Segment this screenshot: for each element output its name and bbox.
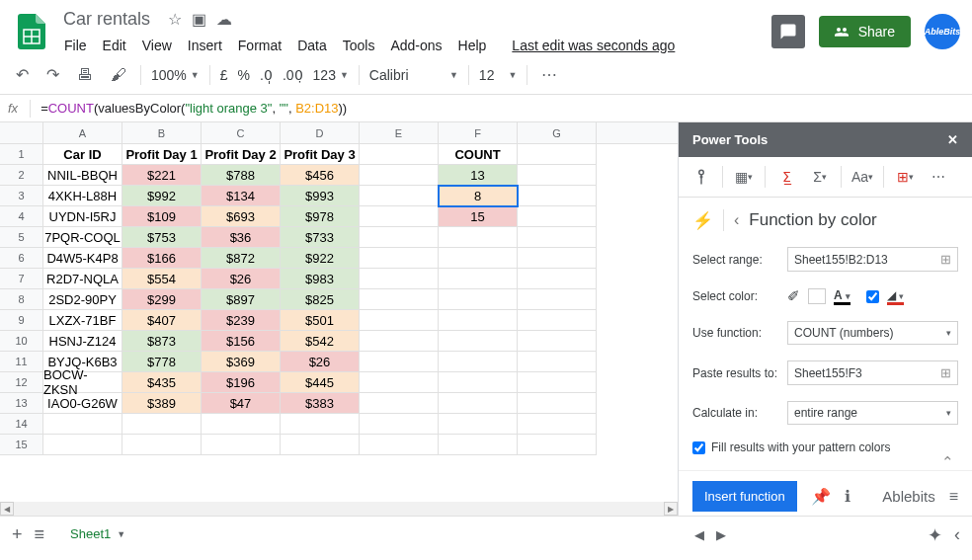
cell[interactable] xyxy=(518,165,597,186)
cell[interactable]: $922 xyxy=(281,248,360,269)
cell[interactable]: $542 xyxy=(281,331,360,352)
add-sheet-icon[interactable]: + xyxy=(12,524,23,545)
column-header[interactable]: D xyxy=(281,122,360,143)
cell[interactable]: $825 xyxy=(281,289,360,310)
row-header[interactable]: 1 xyxy=(0,144,43,165)
print-icon[interactable]: 🖶 xyxy=(73,62,97,88)
use-function-dropdown[interactable]: COUNT (numbers)▾ xyxy=(787,321,958,345)
menu-data[interactable]: Data xyxy=(290,34,334,57)
tab-scroll-left-icon[interactable]: ◀ xyxy=(694,527,704,542)
sigma-icon[interactable]: Σ̲ xyxy=(773,165,799,189)
cell[interactable] xyxy=(439,414,518,435)
cell[interactable]: HSNJ-Z124 xyxy=(43,331,122,352)
cell[interactable]: $134 xyxy=(202,186,281,206)
cell[interactable] xyxy=(518,269,597,289)
row-header[interactable]: 6 xyxy=(0,248,43,269)
more-panel-icon[interactable]: ⋯ xyxy=(926,165,951,189)
ablebits-avatar[interactable]: AbleBits xyxy=(925,14,960,49)
cell[interactable] xyxy=(122,435,202,455)
column-header[interactable]: F xyxy=(439,122,518,143)
row-header[interactable]: 11 xyxy=(0,352,43,372)
horizontal-scrollbar[interactable]: ◀ ▶ xyxy=(0,502,678,516)
ablebits-brand[interactable]: Ablebits xyxy=(882,488,934,505)
cell[interactable] xyxy=(439,435,518,455)
cell[interactable] xyxy=(439,289,518,310)
font-color-picker[interactable]: A ▾ xyxy=(834,288,850,305)
comments-button[interactable] xyxy=(771,15,805,48)
column-header[interactable]: E xyxy=(360,122,439,143)
cell[interactable] xyxy=(43,414,122,435)
percent-button[interactable]: % xyxy=(238,67,250,83)
select-all-corner[interactable] xyxy=(0,122,43,143)
menu-add-ons[interactable]: Add-ons xyxy=(383,34,448,57)
row-header[interactable]: 5 xyxy=(0,227,43,248)
star-icon[interactable]: ☆ xyxy=(168,10,182,29)
all-sheets-icon[interactable]: ≡ xyxy=(35,524,45,545)
cell[interactable]: $435 xyxy=(122,372,202,393)
cell[interactable] xyxy=(518,289,597,310)
paint-format-icon[interactable]: 🖌 xyxy=(107,62,130,88)
increase-decimal-button[interactable]: .00̣ xyxy=(283,67,303,83)
cell[interactable] xyxy=(518,393,597,414)
column-header[interactable]: A xyxy=(43,122,122,143)
cell[interactable]: $445 xyxy=(281,372,360,393)
table-icon[interactable]: ▦ ▾ xyxy=(731,165,757,189)
menu-help[interactable]: Help xyxy=(451,34,494,57)
menu-tools[interactable]: Tools xyxy=(336,34,382,57)
cell[interactable] xyxy=(518,206,597,227)
cell[interactable] xyxy=(360,165,439,186)
cell[interactable]: 4XKH-L88H xyxy=(43,186,122,206)
cell[interactable]: UYDN-I5RJ xyxy=(43,206,122,227)
header-cell[interactable]: Car ID xyxy=(43,144,122,165)
column-header[interactable]: G xyxy=(518,122,597,143)
cell[interactable]: $733 xyxy=(281,227,360,248)
tab-scroll-right-icon[interactable]: ▶ xyxy=(716,527,726,542)
cloud-icon[interactable]: ☁ xyxy=(216,10,232,29)
sheet-tab[interactable]: Sheet1▼ xyxy=(56,519,139,551)
cell[interactable]: $873 xyxy=(122,331,202,352)
cell[interactable] xyxy=(518,331,597,352)
paste-results-input[interactable]: Sheet155!F3⊞ xyxy=(787,360,958,385)
cell[interactable]: $501 xyxy=(281,310,360,331)
undo-icon[interactable]: ↶ xyxy=(12,61,33,88)
cell[interactable]: LXZX-71BF xyxy=(43,310,122,331)
cell[interactable] xyxy=(122,414,202,435)
cell[interactable] xyxy=(281,414,360,435)
cell[interactable]: $407 xyxy=(122,310,202,331)
cell[interactable]: 7PQR-COQL xyxy=(43,227,122,248)
text-icon[interactable]: Aa ▾ xyxy=(850,165,875,189)
cell[interactable]: $992 xyxy=(122,186,202,206)
cell[interactable] xyxy=(360,289,439,310)
menu-file[interactable]: File xyxy=(57,34,94,57)
move-icon[interactable]: ▣ xyxy=(192,10,206,29)
document-title[interactable]: Car rentals xyxy=(57,7,156,32)
cell[interactable] xyxy=(202,414,281,435)
cell[interactable]: $26 xyxy=(281,352,360,372)
cell[interactable]: D4W5-K4P8 xyxy=(43,248,122,269)
header-cell[interactable]: Profit Day 2 xyxy=(202,144,281,165)
cell[interactable]: 8 xyxy=(439,186,518,206)
cell[interactable]: $47 xyxy=(202,393,281,414)
cell[interactable]: 13 xyxy=(439,165,518,186)
cell[interactable]: 15 xyxy=(439,206,518,227)
cell[interactable] xyxy=(439,331,518,352)
font-size-dropdown[interactable]: 12▼ xyxy=(479,67,518,83)
cell[interactable] xyxy=(360,352,439,372)
pin-icon[interactable]: 📌 xyxy=(811,487,831,506)
cell[interactable]: $196 xyxy=(202,372,281,393)
cell[interactable]: $389 xyxy=(122,393,202,414)
cell[interactable] xyxy=(360,186,439,206)
formula-input[interactable]: =COUNT(valuesByColor("light orange 3", "… xyxy=(40,101,347,116)
cell[interactable]: $788 xyxy=(202,165,281,186)
menu-insert[interactable]: Insert xyxy=(181,34,229,57)
cell[interactable]: $897 xyxy=(202,289,281,310)
cell[interactable] xyxy=(518,227,597,248)
cell[interactable]: 2SD2-90PY xyxy=(43,289,122,310)
header-cell[interactable]: Profit Day 3 xyxy=(281,144,360,165)
cell[interactable] xyxy=(439,393,518,414)
cell[interactable]: BOCW-ZKSN xyxy=(43,372,122,393)
cell[interactable] xyxy=(202,435,281,455)
cell[interactable] xyxy=(518,248,597,269)
share-button[interactable]: Share xyxy=(819,16,911,47)
cell[interactable] xyxy=(439,372,518,393)
